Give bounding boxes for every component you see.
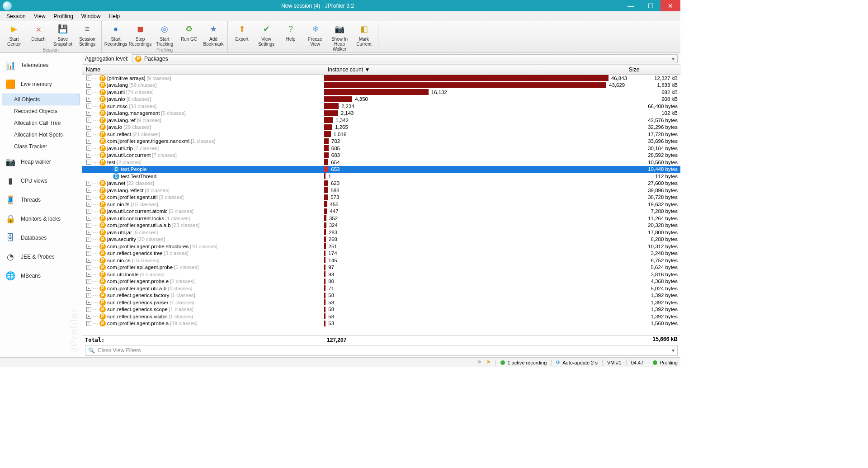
close-button[interactable]: ✕ bbox=[660, 0, 680, 11]
expander-icon[interactable]: + bbox=[86, 223, 91, 228]
expander-icon[interactable]: + bbox=[86, 139, 91, 144]
start-tracking-button[interactable]: ◎StartTracking bbox=[152, 22, 177, 47]
expander-icon[interactable]: + bbox=[86, 293, 91, 298]
expander-icon[interactable]: + bbox=[86, 153, 91, 158]
menu-view[interactable]: View bbox=[30, 12, 49, 20]
sidebar-threads[interactable]: 🧵Threads bbox=[2, 190, 80, 209]
table-row[interactable]: +⋯P sun.reflect.generics.parser [1 class… bbox=[82, 299, 680, 306]
expander-icon[interactable]: + bbox=[86, 321, 91, 326]
table-row[interactable]: +⋯P sun.reflect.generics.scope [1 classe… bbox=[82, 306, 680, 313]
expander-icon[interactable]: + bbox=[86, 230, 91, 235]
expander-icon[interactable]: + bbox=[86, 146, 91, 151]
sidebar-heap-walker[interactable]: 📷Heap walker bbox=[2, 152, 80, 171]
sidebar-sub-allocation-call-tree[interactable]: Allocation Call Tree bbox=[2, 117, 80, 129]
expander-icon[interactable]: + bbox=[86, 307, 91, 312]
show-in-heap-walker-button[interactable]: 📷Show InHeap Walker bbox=[327, 22, 352, 52]
flag-yellow-icon[interactable]: ⚑ bbox=[486, 359, 491, 365]
table-row[interactable]: +⋯P com.jprofiler.agent.probe.structures… bbox=[82, 243, 680, 250]
class-view-filter[interactable]: 🔍 Class View Filters bbox=[85, 345, 678, 356]
expander-icon[interactable]: + bbox=[86, 237, 91, 242]
expander-icon[interactable]: + bbox=[86, 286, 91, 291]
expander-icon[interactable]: + bbox=[86, 76, 91, 80]
minimize-button[interactable]: — bbox=[621, 0, 641, 11]
sidebar-cpu-views[interactable]: ▮CPU views bbox=[2, 171, 80, 190]
sidebar-jee-probes[interactable]: ◔JEE & Probes bbox=[2, 247, 80, 266]
save-snapshot-button[interactable]: 💾SaveSnapshot bbox=[51, 22, 75, 47]
expander-icon[interactable]: + bbox=[86, 258, 91, 263]
column-name[interactable]: Name bbox=[82, 65, 324, 74]
table-row[interactable]: +⋯P java.lang.management [5 classes]2,14… bbox=[82, 110, 680, 117]
table-row[interactable]: +⋯P java.util.concurrent.atomic [5 class… bbox=[82, 208, 680, 215]
table-row[interactable]: +⋯P sun.reflect.generics.tree [3 classes… bbox=[82, 250, 680, 257]
start-center-button[interactable]: ▶StartCenter bbox=[2, 22, 26, 47]
expander-icon[interactable]: + bbox=[86, 125, 91, 130]
sidebar-telemetries[interactable]: 📊Telemetries bbox=[2, 56, 80, 75]
aggregation-combo[interactable]: P Packages bbox=[132, 54, 678, 63]
sidebar-monitors-locks[interactable]: 🔒Monitors & locks bbox=[2, 209, 80, 228]
table-row[interactable]: +⋯P java.util [74 classes]16,132682 kB bbox=[82, 89, 680, 96]
help-button[interactable]: ?Help bbox=[278, 22, 303, 43]
table-row[interactable]: +⋯P java.util.jar [9 classes]28317,800 b… bbox=[82, 229, 680, 236]
expander-icon[interactable]: + bbox=[86, 195, 91, 200]
expander-icon[interactable]: + bbox=[86, 300, 91, 305]
table-row[interactable]: +⋯P java.net [22 classes]62327,600 bytes bbox=[82, 180, 680, 187]
table-row[interactable]: C test.People 65310,448 bytes bbox=[82, 166, 680, 173]
menu-help[interactable]: Help bbox=[105, 12, 124, 20]
sidebar-sub-allocation-hot-spots[interactable]: Allocation Hot Spots bbox=[2, 129, 80, 141]
mark-current-button[interactable]: ◧MarkCurrent bbox=[352, 22, 376, 47]
table-row[interactable]: +⋯P com.jprofiler.agent.util.a.a.b [23 c… bbox=[82, 222, 680, 229]
expander-icon[interactable]: + bbox=[86, 314, 91, 319]
table-row[interactable]: +⋯P com.jprofiler.agent.probe.e [8 class… bbox=[82, 278, 680, 285]
table-row[interactable]: +⋯P java.util.concurrent.locks [1 classe… bbox=[82, 215, 680, 222]
table-row[interactable]: +⋯P com.jprofiler.api.agent.probe [5 cla… bbox=[82, 264, 680, 271]
table-row[interactable]: +⋯P com.jprofiler.agent.triggers.nanoxml… bbox=[82, 138, 680, 145]
table-row[interactable]: +⋯P java.lang.reflect [8 classes]58839,8… bbox=[82, 187, 680, 194]
expander-icon[interactable]: + bbox=[86, 118, 91, 123]
column-instance-count[interactable]: Instance count ▼ bbox=[324, 65, 625, 74]
expander-icon[interactable]: + bbox=[86, 244, 91, 249]
recording-status[interactable]: 1 active recording bbox=[500, 360, 547, 365]
expander-icon[interactable]: − bbox=[86, 160, 91, 165]
expander-icon[interactable]: + bbox=[86, 265, 91, 270]
sidebar-mbeans[interactable]: 🌐MBeans bbox=[2, 266, 80, 285]
expander-icon[interactable]: + bbox=[86, 188, 91, 193]
table-row[interactable]: +⋯P sun.reflect [21 classes]1,01617,728 … bbox=[82, 131, 680, 138]
table-row[interactable]: +⋯P java.lang [56 classes]43,6291,833 kB bbox=[82, 82, 680, 89]
table-row[interactable]: +⋯P sun.misc [38 classes]2,23466,400 byt… bbox=[82, 103, 680, 110]
detach-button[interactable]: ⨉Detach bbox=[26, 22, 51, 43]
table-row[interactable]: +⋯P sun.reflect.generics.visitor [1 clas… bbox=[82, 313, 680, 320]
expander-icon[interactable]: + bbox=[86, 97, 91, 102]
view-settings-button[interactable]: ✔ViewSettings bbox=[254, 22, 278, 47]
expander-icon[interactable]: + bbox=[86, 83, 91, 88]
freeze-view-button[interactable]: ❄FreezeView bbox=[303, 22, 327, 47]
run-gc-button[interactable]: ♻Run GC bbox=[177, 22, 201, 43]
table-row[interactable]: +⋯P java.util.zip [7 classes]68530,184 b… bbox=[82, 145, 680, 152]
table-row[interactable]: +⋯P com.jprofiler.agent.probe.a [39 clas… bbox=[82, 320, 680, 327]
expander-icon[interactable]: + bbox=[86, 209, 91, 214]
expander-icon[interactable]: + bbox=[86, 132, 91, 137]
table-row[interactable]: +⋯P java.nio [6 classes]4,350208 kB bbox=[82, 96, 680, 103]
expander-icon[interactable]: + bbox=[86, 279, 91, 284]
expander-icon[interactable]: + bbox=[86, 90, 91, 95]
expander-icon[interactable]: + bbox=[86, 202, 91, 207]
table-row[interactable]: +⋯P java.lang.ref [9 classes]1,34242,576… bbox=[82, 117, 680, 124]
expander-icon[interactable]: + bbox=[86, 104, 91, 109]
table-row[interactable]: +⋯P java.io [29 classes]1,26532,296 byte… bbox=[82, 124, 680, 131]
column-size[interactable]: Size bbox=[625, 65, 680, 74]
export-button[interactable]: ⬆Export bbox=[230, 22, 254, 43]
session-settings-button[interactable]: ≡SessionSettings bbox=[75, 22, 99, 47]
table-body[interactable]: +⋯P [primitive arrays] [9 classes]46,843… bbox=[82, 75, 680, 336]
expander-icon[interactable]: + bbox=[86, 251, 91, 256]
table-row[interactable]: +⋯P java.security [20 classes]2688,280 b… bbox=[82, 236, 680, 243]
sidebar-sub-class-tracker[interactable]: Class Tracker bbox=[2, 141, 80, 152]
table-row[interactable]: +⋯P sun.util.locale [6 classes]933,816 b… bbox=[82, 271, 680, 278]
sidebar-sub-recorded-objects[interactable]: Recorded Objects bbox=[2, 105, 80, 117]
expander-icon[interactable]: + bbox=[86, 181, 91, 186]
table-row[interactable]: +⋯P sun.reflect.generics.factory [1 clas… bbox=[82, 292, 680, 299]
sidebar-live-memory[interactable]: 🟧Live memory bbox=[2, 75, 80, 94]
table-row[interactable]: +⋯P com.jprofiler.agent.util.a.b [4 clas… bbox=[82, 285, 680, 292]
add-bookmark-button[interactable]: ★AddBookmark bbox=[201, 22, 226, 47]
flag-icon[interactable]: ⚑ bbox=[477, 359, 482, 365]
maximize-button[interactable]: ☐ bbox=[641, 0, 660, 11]
menu-session[interactable]: Session bbox=[3, 12, 29, 20]
